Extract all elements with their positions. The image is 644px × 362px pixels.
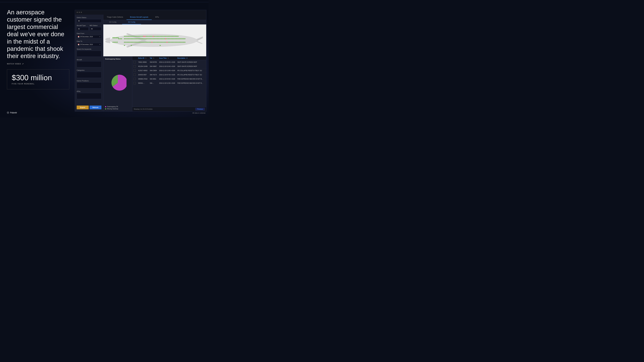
th-description[interactable]: Description ▼: [176, 56, 205, 60]
svg-rect-59: [128, 38, 129, 39]
cell-tail: SW-...: [149, 81, 158, 85]
svg-rect-121: [151, 42, 152, 42]
legend-item-missing: Missing Seatmap: [105, 108, 130, 110]
svg-rect-21: [136, 36, 138, 37]
svg-rect-107: [132, 42, 133, 42]
th-tail[interactable]: Tail ⇅: [149, 56, 158, 60]
svg-rect-22: [138, 36, 139, 37]
svg-rect-26: [143, 36, 144, 37]
aircraft-input[interactable]: [77, 61, 102, 67]
date-from-label: Date From:: [77, 32, 102, 34]
cell-checkbox[interactable]: [132, 77, 137, 81]
sub-tabs: SH Config SH Config: [103, 20, 206, 24]
svg-rect-139: [176, 42, 177, 42]
table-row[interactable]: 412917-40062 SW-C9004 2018-12-29 13:06 +…: [132, 68, 206, 73]
svg-rect-136: [172, 42, 173, 42]
date-to-input[interactable]: 📅 29 December, 2018 ✕: [77, 43, 102, 46]
calendar-icon: 📅: [78, 36, 80, 37]
cell-description: FWD ESPRESSO MACHIN IS NOT BREWING PROPE…: [176, 77, 205, 81]
tab-browse-layouts[interactable]: Browse Aircraft Layouts: [126, 15, 152, 20]
cell-description: SEAT 43A IFE SCREEN INOP: [176, 64, 205, 68]
mis-status-select[interactable]: All: [90, 27, 102, 30]
tab-triage[interactable]: Triage Cabin Defects: [103, 15, 126, 20]
svg-rect-113: [140, 42, 142, 42]
svg-rect-28: [146, 36, 147, 37]
svg-rect-130: [164, 42, 165, 42]
defect-status-select[interactable]: All Open Closed: [77, 19, 102, 22]
svg-rect-25: [142, 36, 143, 37]
cell-tail: SW-C9004: [149, 68, 158, 73]
table-header-row: Defect ID ⇅ Tail ⇅ Issue Time ⇅ Descript…: [132, 56, 206, 60]
table-scroll[interactable]: Defect ID ⇅ Tail ⇅ Issue Time ⇅ Descript…: [132, 56, 206, 107]
cell-checkbox[interactable]: [132, 64, 137, 68]
svg-text:13F: 13F: [127, 36, 128, 37]
table-row[interactable]: 451204-31499 SW-V6867 2018-12-28 10:40 +…: [132, 64, 206, 68]
date-from-input[interactable]: 📅 28 December, 2018 ✕: [77, 35, 102, 38]
svg-rect-95: [178, 38, 178, 39]
deal-amount: $300 million: [12, 74, 64, 81]
svg-rect-91: [172, 38, 173, 39]
watch-video-label: WATCH VIDEO: [7, 63, 21, 65]
cell-description: IFE COLLAPSE RESETS ITSELF 15J: [176, 73, 205, 77]
date-from-value: 28 December, 2018: [80, 36, 98, 37]
search-keywords-input[interactable]: [77, 51, 102, 57]
table-row[interactable]: 203433-9357 SW-Y4173 2018-12-28 07:59 +0…: [132, 73, 206, 77]
cell-checkbox[interactable]: [132, 68, 137, 73]
cell-cat: Galley: [205, 77, 206, 81]
cell-description: IFE COLLAPSE RESETS ITSELF 15J: [176, 68, 205, 73]
export-button[interactable]: Export: [77, 106, 89, 109]
title-dot-1: [77, 12, 78, 13]
date-from-group: Date From: 📅 28 December, 2018 ✕: [77, 32, 102, 38]
svg-rect-134: [169, 42, 170, 42]
svg-rect-20: [135, 36, 136, 37]
svg-text:1F: 1F: [114, 38, 115, 38]
left-content: An aerospace customer signed the largest…: [7, 9, 69, 89]
top-border: [0, 2, 209, 2]
th-issue-time[interactable]: Issue Time ⇅: [158, 56, 176, 60]
svg-rect-34: [154, 36, 155, 37]
cell-checkbox[interactable]: [132, 73, 137, 77]
cell-defect-id: 73662-30066: [137, 60, 149, 64]
th-defect-id[interactable]: Defect ID ⇅: [137, 56, 149, 60]
tab-kpis[interactable]: KPIs: [152, 15, 162, 20]
chart-title: Seatmapping Status:: [105, 58, 130, 60]
svg-rect-124: [156, 42, 157, 42]
categories-input[interactable]: [77, 72, 102, 78]
svg-rect-49: [174, 36, 176, 37]
svg-rect-99: [183, 38, 184, 39]
svg-rect-63: [134, 38, 135, 39]
watch-video-link[interactable]: WATCH VIDEO ↗: [7, 63, 69, 65]
svg-rect-64: [135, 38, 136, 39]
legend-dot-ok: [105, 106, 106, 107]
aircraft-group: Aircraft:: [77, 59, 102, 67]
svg-rect-56: [124, 38, 125, 39]
table-row[interactable]: 330686-37632 SW-I3061 2018-12-29 04:50 +…: [132, 77, 206, 81]
table-row[interactable]: 990591-... SW-... 2018-12-28 12:06 +0100…: [132, 81, 206, 85]
svg-rect-102: [125, 42, 126, 42]
cell-checkbox[interactable]: [132, 60, 137, 64]
interior-positions-input[interactable]: [77, 82, 102, 88]
th-cat[interactable]: Cat. ⇅: [205, 56, 206, 60]
previous-button[interactable]: Previous: [195, 108, 205, 110]
sub-tab-sh-config-1[interactable]: SH Config: [103, 20, 122, 24]
svg-rect-88: [168, 38, 169, 39]
svg-rect-87: [166, 38, 168, 39]
chart-panel: Seatmapping Status: Seatmapping OK: [103, 56, 132, 111]
svg-rect-89: [169, 38, 170, 39]
svg-rect-50: [176, 36, 177, 37]
aircraft-type-select[interactable]: All: [77, 27, 88, 30]
svg-rect-79: [156, 38, 157, 39]
date-from-clear-icon[interactable]: ✕: [99, 36, 100, 37]
table-row[interactable]: 73662-30066 SW-R4705 2018-12-29 00:55 +0…: [132, 60, 206, 64]
refresh-button[interactable]: Refresh: [90, 106, 102, 109]
sub-tab-sh-config-2[interactable]: SH Config: [122, 20, 141, 24]
svg-rect-106: [131, 42, 132, 42]
sidebar-actions: Export Refresh: [77, 106, 102, 109]
svg-rect-122: [153, 42, 154, 42]
atas-input[interactable]: [77, 93, 102, 99]
cell-checkbox[interactable]: [132, 81, 137, 85]
legend-item-ok: Seatmapping OK: [105, 106, 130, 107]
atas-group: ATAs:: [77, 90, 102, 99]
svg-rect-33: [153, 36, 154, 37]
date-to-clear-icon[interactable]: ✕: [99, 44, 100, 45]
